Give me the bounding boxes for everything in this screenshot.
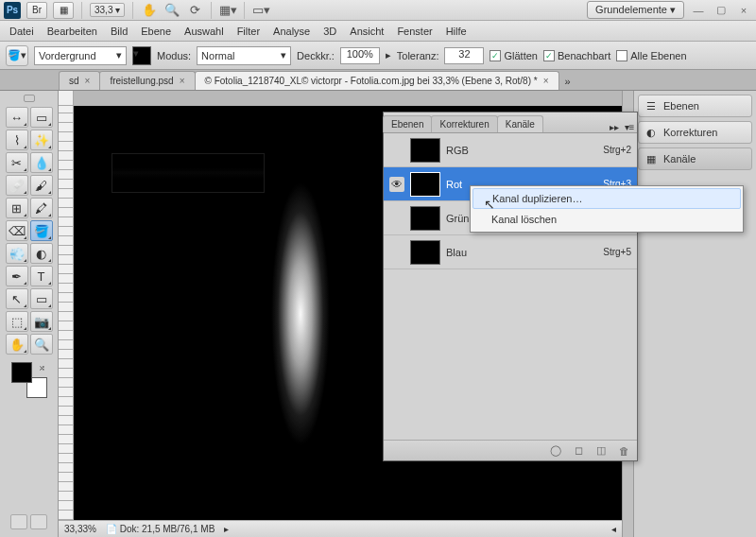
visibility-icon[interactable] [389, 245, 404, 260]
close-icon[interactable]: × [543, 76, 549, 86]
visibility-icon[interactable]: 👁 [389, 177, 404, 192]
menu-hilfe[interactable]: Hilfe [446, 26, 467, 37]
tab-ebenen[interactable]: Ebenen [383, 115, 432, 132]
ctx-kanal-duplizieren[interactable]: Kanal duplizieren… [472, 188, 741, 209]
zoom-dropdown[interactable]: 33,3 ▾ [90, 3, 125, 17]
channel-row-rgb[interactable]: RGB Strg+2 [384, 133, 637, 167]
ruler-vertical[interactable] [59, 106, 74, 520]
mini-bridge-button[interactable]: ▦ [53, 2, 74, 19]
titlebar: Ps Br ▦ 33,3 ▾ ✋ 🔍 ⟳ ▦▾ ▭▾ Grundelemente… [0, 0, 756, 21]
hand-tool-icon[interactable]: ✋ [141, 2, 158, 19]
channel-thumb [410, 240, 440, 265]
menu-bearbeiten[interactable]: Bearbeiten [47, 26, 97, 37]
restore-button[interactable]: ▢ [713, 4, 730, 17]
foreground-swatch[interactable] [11, 362, 32, 383]
3d-tool[interactable]: ⬚ [6, 311, 28, 332]
type-tool[interactable]: T [30, 266, 53, 286]
menu-analyse[interactable]: Analyse [273, 26, 310, 37]
channel-row-blau[interactable]: Blau Strg+5 [384, 235, 637, 269]
menu-ebene[interactable]: Ebene [141, 26, 171, 37]
panel-button-kanaele[interactable]: ▦Kanäle [638, 147, 752, 170]
load-selection-icon[interactable]: ◯ [548, 444, 563, 457]
quickmask-button[interactable] [10, 514, 27, 529]
brush-tool[interactable]: 🖌 [30, 175, 53, 196]
document-image [168, 144, 357, 484]
menu-bild[interactable]: Bild [111, 26, 128, 37]
panel-collapse-icon[interactable]: ▸▸ [607, 122, 622, 132]
rotate-view-icon[interactable]: ⟳ [186, 2, 203, 19]
path-select-tool[interactable]: ↖ [6, 288, 28, 309]
doc-tab-1[interactable]: sd× [59, 71, 100, 90]
fill-source-combo[interactable]: Vordergrund▾ [34, 46, 127, 65]
close-icon[interactable]: × [180, 76, 185, 86]
workspace-switcher[interactable]: Grundelemente ▾ [587, 1, 684, 19]
close-icon[interactable]: × [85, 76, 91, 86]
crop-tool[interactable]: ✂ [6, 152, 28, 173]
opacity-input[interactable]: 100% [340, 47, 380, 64]
menu-3d[interactable]: 3D [323, 26, 336, 37]
tolerance-input[interactable]: 32 [444, 47, 484, 64]
swap-colors-icon[interactable]: ⤭ [39, 364, 45, 372]
panel-button-korrekturen[interactable]: ◐Korrekturen [638, 121, 752, 144]
marquee-tool[interactable]: ▭ [30, 107, 53, 128]
panel-button-ebenen[interactable]: ☰Ebenen [638, 95, 752, 117]
hand-tool[interactable]: ✋ [6, 334, 28, 355]
channel-thumb [410, 206, 440, 231]
contiguous-checkbox[interactable]: ✓Benachbart [543, 50, 610, 61]
save-selection-icon[interactable]: ◻ [571, 444, 586, 457]
visibility-icon[interactable] [389, 143, 404, 158]
blur-tool[interactable]: 💨 [6, 243, 28, 264]
bucket-tool[interactable]: 🪣 [30, 220, 53, 241]
history-brush-tool[interactable]: 🖍 [30, 198, 53, 218]
new-channel-icon[interactable]: ◫ [593, 444, 609, 457]
all-layers-checkbox[interactable]: Alle Ebenen [616, 50, 686, 61]
toolbox-collapse[interactable] [24, 95, 35, 102]
eyedropper-tool[interactable]: 💧 [30, 152, 53, 173]
lasso-tool[interactable]: ⌇ [6, 130, 28, 150]
3d-camera-tool[interactable]: 📷 [30, 311, 53, 332]
zoom-tool-icon[interactable]: 🔍 [163, 2, 180, 19]
menu-fenster[interactable]: Fenster [397, 26, 432, 37]
menu-auswahl[interactable]: Auswahl [184, 26, 224, 37]
status-flyout-icon[interactable]: ▸ [224, 524, 229, 534]
panel-footer: ◯ ◻ ◫ 🗑 [384, 440, 637, 460]
mode-combo[interactable]: Normal▾ [197, 46, 291, 65]
tab-nav-right[interactable]: » [560, 73, 576, 90]
pattern-swatch[interactable]: ▾ [132, 46, 151, 65]
arrange-docs-icon[interactable]: ▦▾ [219, 2, 236, 19]
doc-tab-3[interactable]: © Fotolia_1218740_XL© victorpr - Fotolia… [195, 71, 559, 90]
bridge-button[interactable]: Br [26, 2, 47, 19]
scroll-left-icon[interactable]: ◂ [611, 524, 616, 534]
channel-thumb [410, 172, 440, 197]
zoom-tool[interactable]: 🔍 [30, 334, 53, 355]
antialias-checkbox[interactable]: ✓Glätten [490, 50, 537, 61]
stamp-tool[interactable]: ⊞ [6, 198, 28, 218]
panel-menu-icon[interactable]: ▾≡ [622, 122, 637, 132]
delete-channel-icon[interactable]: 🗑 [616, 445, 631, 457]
ctx-kanal-loeschen[interactable]: Kanal löschen [472, 209, 741, 230]
screenmode-button[interactable] [30, 514, 47, 529]
color-swatches[interactable]: ⤭ [11, 362, 47, 398]
tab-korrekturen[interactable]: Korrekturen [431, 115, 497, 132]
status-zoom[interactable]: 33,33% [64, 524, 96, 534]
current-tool-icon[interactable]: 🪣▾ [6, 45, 28, 66]
visibility-icon[interactable] [389, 211, 404, 226]
minimize-button[interactable]: — [690, 4, 707, 17]
doc-tab-2[interactable]: freistellung.psd× [99, 71, 195, 90]
document-tabs: sd× freistellung.psd× © Fotolia_1218740_… [0, 70, 756, 91]
menu-ansicht[interactable]: Ansicht [350, 26, 384, 37]
menu-filter[interactable]: Filter [237, 26, 260, 37]
eraser-tool[interactable]: ⌫ [6, 220, 28, 241]
close-button[interactable]: × [735, 4, 752, 17]
move-tool[interactable]: ↔ [6, 107, 28, 128]
shape-tool[interactable]: ▭ [30, 288, 53, 309]
tab-kanaele[interactable]: Kanäle [497, 115, 543, 132]
pen-tool[interactable]: ✒ [6, 266, 28, 286]
screen-mode-icon[interactable]: ▭▾ [252, 2, 269, 19]
opacity-flyout-icon[interactable]: ▸ [386, 49, 391, 61]
quick-select-tool[interactable]: ✨ [30, 130, 53, 150]
menu-datei[interactable]: Datei [9, 26, 34, 37]
dodge-tool[interactable]: ◐ [30, 243, 53, 264]
status-doc-size[interactable]: 📄 Dok: 21,5 MB/76,1 MB [106, 524, 215, 534]
healing-tool[interactable]: 🩹 [6, 175, 28, 196]
